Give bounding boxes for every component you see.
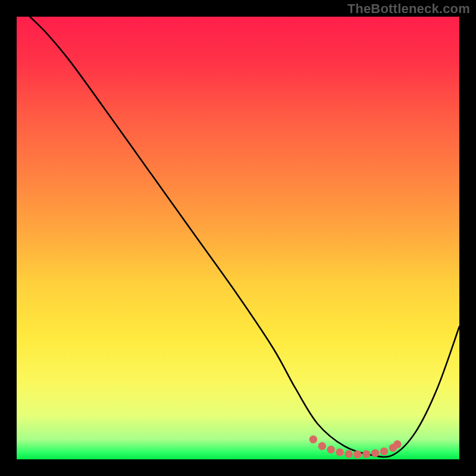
plateau-marker: [362, 450, 370, 458]
watermark-text: TheBottleneck.com: [347, 1, 470, 17]
plateau-marker: [336, 448, 343, 456]
plateau-marker: [393, 440, 401, 448]
plot-area: [17, 17, 459, 459]
plateau-marker: [371, 449, 379, 457]
plateau-marker: [345, 450, 352, 458]
plateau-marker: [327, 446, 335, 453]
bottleneck-curve: [17, 17, 459, 459]
plateau-marker: [353, 450, 361, 458]
plateau-marker: [380, 447, 388, 455]
plateau-marker: [318, 442, 326, 450]
plateau-marker: [309, 436, 317, 443]
chart-frame: TheBottleneck.com: [0, 0, 476, 476]
